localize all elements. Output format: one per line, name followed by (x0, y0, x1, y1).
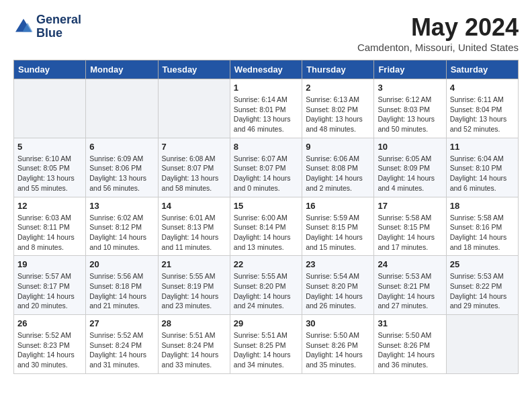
day-number: 15 (234, 201, 298, 211)
day-number: 19 (17, 259, 82, 269)
day-info: Sunrise: 6:04 AMSunset: 8:10 PMDaylight:… (450, 154, 515, 193)
calendar-cell: 19Sunrise: 5:57 AMSunset: 8:17 PMDayligh… (14, 256, 86, 315)
weekday-header: Saturday (446, 60, 518, 79)
day-info: Sunrise: 5:57 AMSunset: 8:17 PMDaylight:… (17, 271, 82, 311)
calendar-week-row: 12Sunrise: 6:03 AMSunset: 8:11 PMDayligh… (14, 197, 519, 256)
weekday-header-row: SundayMondayTuesdayWednesdayThursdayFrid… (14, 60, 519, 79)
weekday-header: Thursday (302, 60, 374, 79)
day-number: 26 (17, 318, 82, 328)
weekday-header: Monday (86, 60, 158, 79)
calendar-cell: 29Sunrise: 5:51 AMSunset: 8:25 PMDayligh… (230, 315, 302, 374)
day-number: 12 (17, 201, 82, 211)
day-info: Sunrise: 5:58 AMSunset: 8:15 PMDaylight:… (378, 213, 442, 253)
calendar-cell: 30Sunrise: 5:50 AMSunset: 8:26 PMDayligh… (302, 315, 374, 374)
calendar-cell: 6Sunrise: 6:09 AMSunset: 8:06 PMDaylight… (86, 138, 158, 197)
day-number: 14 (162, 201, 226, 211)
calendar-cell: 17Sunrise: 5:58 AMSunset: 8:15 PMDayligh… (374, 197, 446, 256)
calendar-cell: 2Sunrise: 6:13 AMSunset: 8:02 PMDaylight… (302, 79, 374, 138)
day-info: Sunrise: 5:56 AMSunset: 8:18 PMDaylight:… (89, 271, 154, 311)
day-number: 1 (234, 83, 298, 93)
day-number: 11 (450, 142, 515, 152)
calendar-cell: 7Sunrise: 6:08 AMSunset: 8:07 PMDaylight… (158, 138, 230, 197)
day-number: 21 (162, 259, 226, 269)
day-number: 16 (306, 201, 370, 211)
day-number: 24 (378, 259, 442, 269)
calendar-cell: 14Sunrise: 6:01 AMSunset: 8:13 PMDayligh… (158, 197, 230, 256)
day-info: Sunrise: 5:59 AMSunset: 8:15 PMDaylight:… (306, 213, 370, 253)
calendar-cell: 22Sunrise: 5:55 AMSunset: 8:20 PMDayligh… (230, 256, 302, 315)
page-header: General Blue May 2024 Camdenton, Missour… (13, 13, 519, 53)
calendar-cell: 23Sunrise: 5:54 AMSunset: 8:20 PMDayligh… (302, 256, 374, 315)
day-info: Sunrise: 6:11 AMSunset: 8:04 PMDaylight:… (450, 95, 515, 134)
calendar-cell: 8Sunrise: 6:07 AMSunset: 8:07 PMDaylight… (230, 138, 302, 197)
weekday-header: Friday (374, 60, 446, 79)
day-number: 28 (162, 318, 226, 328)
calendar-cell: 10Sunrise: 6:05 AMSunset: 8:09 PMDayligh… (374, 138, 446, 197)
logo-text: General Blue (36, 13, 81, 40)
calendar-cell (158, 79, 230, 138)
calendar-cell: 9Sunrise: 6:06 AMSunset: 8:08 PMDaylight… (302, 138, 374, 197)
day-number: 7 (162, 142, 226, 152)
calendar-cell: 18Sunrise: 5:58 AMSunset: 8:16 PMDayligh… (446, 197, 518, 256)
logo: General Blue (13, 13, 81, 40)
weekday-header: Tuesday (158, 60, 230, 79)
calendar-cell: 26Sunrise: 5:52 AMSunset: 8:23 PMDayligh… (14, 315, 86, 374)
day-number: 29 (234, 318, 298, 328)
day-number: 4 (450, 83, 515, 93)
calendar-cell (14, 79, 86, 138)
day-info: Sunrise: 5:52 AMSunset: 8:24 PMDaylight:… (89, 330, 154, 370)
calendar-cell: 25Sunrise: 5:53 AMSunset: 8:22 PMDayligh… (446, 256, 518, 315)
calendar-header: SundayMondayTuesdayWednesdayThursdayFrid… (14, 60, 519, 79)
month-title: May 2024 (357, 13, 519, 42)
calendar-cell: 13Sunrise: 6:02 AMSunset: 8:12 PMDayligh… (86, 197, 158, 256)
day-number: 27 (89, 318, 154, 328)
calendar-week-row: 26Sunrise: 5:52 AMSunset: 8:23 PMDayligh… (14, 315, 519, 374)
day-info: Sunrise: 6:07 AMSunset: 8:07 PMDaylight:… (234, 154, 298, 193)
day-info: Sunrise: 6:06 AMSunset: 8:08 PMDaylight:… (306, 154, 370, 193)
day-info: Sunrise: 5:52 AMSunset: 8:23 PMDaylight:… (17, 330, 82, 370)
day-info: Sunrise: 5:50 AMSunset: 8:26 PMDaylight:… (378, 330, 442, 370)
calendar-cell: 21Sunrise: 5:55 AMSunset: 8:19 PMDayligh… (158, 256, 230, 315)
day-number: 31 (378, 318, 442, 328)
day-number: 9 (306, 142, 370, 152)
day-number: 18 (450, 201, 515, 211)
day-info: Sunrise: 6:01 AMSunset: 8:13 PMDaylight:… (162, 213, 226, 253)
logo-icon (13, 17, 34, 37)
day-number: 10 (378, 142, 442, 152)
calendar-week-row: 1Sunrise: 6:14 AMSunset: 8:01 PMDaylight… (14, 79, 519, 138)
calendar-cell (86, 79, 158, 138)
calendar-week-row: 5Sunrise: 6:10 AMSunset: 8:05 PMDaylight… (14, 138, 519, 197)
title-block: May 2024 Camdenton, Missouri, United Sta… (357, 13, 519, 53)
day-info: Sunrise: 5:53 AMSunset: 8:21 PMDaylight:… (378, 271, 442, 311)
calendar-cell: 24Sunrise: 5:53 AMSunset: 8:21 PMDayligh… (374, 256, 446, 315)
calendar-cell: 1Sunrise: 6:14 AMSunset: 8:01 PMDaylight… (230, 79, 302, 138)
day-info: Sunrise: 6:08 AMSunset: 8:07 PMDaylight:… (162, 154, 226, 193)
weekday-header: Sunday (14, 60, 86, 79)
day-info: Sunrise: 6:05 AMSunset: 8:09 PMDaylight:… (378, 154, 442, 193)
day-info: Sunrise: 5:53 AMSunset: 8:22 PMDaylight:… (450, 271, 515, 311)
day-info: Sunrise: 6:14 AMSunset: 8:01 PMDaylight:… (234, 95, 298, 134)
day-info: Sunrise: 6:13 AMSunset: 8:02 PMDaylight:… (306, 95, 370, 134)
day-info: Sunrise: 5:55 AMSunset: 8:19 PMDaylight:… (162, 271, 226, 311)
day-number: 3 (378, 83, 442, 93)
day-info: Sunrise: 6:09 AMSunset: 8:06 PMDaylight:… (89, 154, 154, 193)
day-number: 13 (89, 201, 154, 211)
day-info: Sunrise: 5:51 AMSunset: 8:24 PMDaylight:… (162, 330, 226, 370)
calendar-cell: 4Sunrise: 6:11 AMSunset: 8:04 PMDaylight… (446, 79, 518, 138)
calendar-cell: 5Sunrise: 6:10 AMSunset: 8:05 PMDaylight… (14, 138, 86, 197)
calendar-cell: 16Sunrise: 5:59 AMSunset: 8:15 PMDayligh… (302, 197, 374, 256)
day-info: Sunrise: 6:02 AMSunset: 8:12 PMDaylight:… (89, 213, 154, 253)
day-info: Sunrise: 6:10 AMSunset: 8:05 PMDaylight:… (17, 154, 82, 193)
day-number: 20 (89, 259, 154, 269)
day-number: 22 (234, 259, 298, 269)
weekday-header: Wednesday (230, 60, 302, 79)
calendar-cell: 15Sunrise: 6:00 AMSunset: 8:14 PMDayligh… (230, 197, 302, 256)
calendar-body: 1Sunrise: 6:14 AMSunset: 8:01 PMDaylight… (14, 79, 519, 374)
calendar-cell: 3Sunrise: 6:12 AMSunset: 8:03 PMDaylight… (374, 79, 446, 138)
calendar-cell: 11Sunrise: 6:04 AMSunset: 8:10 PMDayligh… (446, 138, 518, 197)
calendar-week-row: 19Sunrise: 5:57 AMSunset: 8:17 PMDayligh… (14, 256, 519, 315)
calendar-cell: 31Sunrise: 5:50 AMSunset: 8:26 PMDayligh… (374, 315, 446, 374)
day-info: Sunrise: 5:51 AMSunset: 8:25 PMDaylight:… (234, 330, 298, 370)
day-info: Sunrise: 6:03 AMSunset: 8:11 PMDaylight:… (17, 213, 82, 253)
day-number: 17 (378, 201, 442, 211)
